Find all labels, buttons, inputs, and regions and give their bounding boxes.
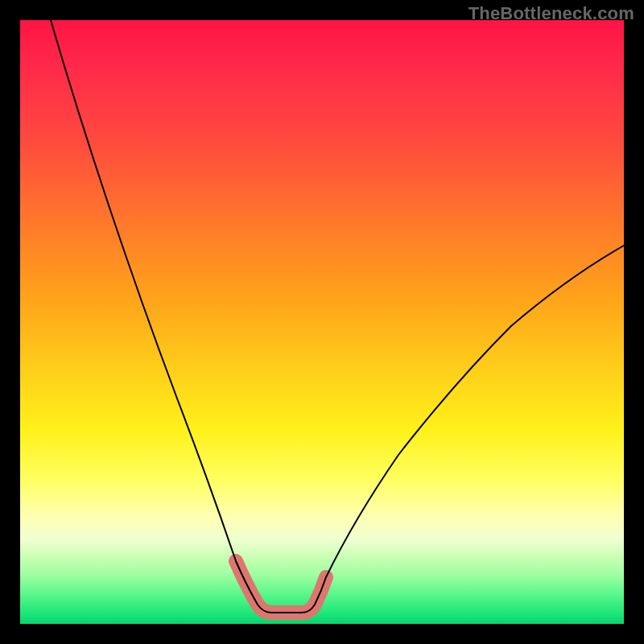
bottleneck-highlight xyxy=(236,561,326,613)
bottleneck-curve-line xyxy=(51,20,624,613)
chart-frame: TheBottleneck.com xyxy=(0,0,644,644)
plot-area xyxy=(20,20,624,624)
curve-svg xyxy=(20,20,624,624)
